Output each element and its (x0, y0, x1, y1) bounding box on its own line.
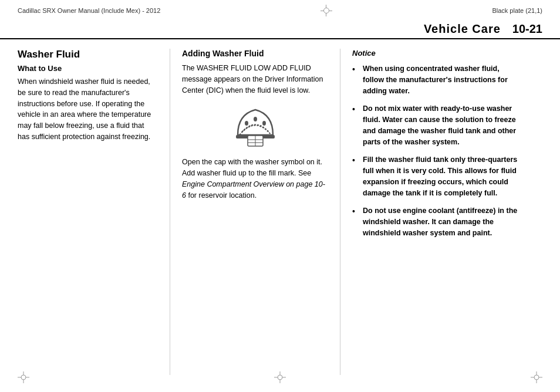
content-area: Washer Fluid What to Use When windshield… (0, 39, 560, 384)
bottom-crosshair-left (18, 371, 29, 385)
bullet-icon: • (352, 103, 360, 147)
page-header: Cadillac SRX Owner Manual (Include Mex) … (0, 0, 560, 20)
notice-item-1: When using concentrated washer fluid, fo… (363, 63, 522, 96)
notice-item-3: Fill the washer fluid tank only three-qu… (363, 154, 522, 198)
header-right-text: Black plate (21,1) (492, 7, 542, 14)
page-container: Cadillac SRX Owner Manual (Include Mex) … (0, 0, 560, 392)
bottom-crosshair-center (274, 371, 286, 385)
washer-fluid-icon (229, 103, 282, 150)
middle-column: Adding Washer Fluid The WASHER FLUID LOW… (170, 49, 340, 375)
list-item: • When using concentrated washer fluid, … (352, 63, 522, 96)
svg-point-16 (534, 375, 539, 380)
section-title-bar: Vehicle Care (424, 22, 501, 36)
svg-point-6 (254, 117, 257, 121)
header-crosshair-icon (321, 5, 332, 16)
page-number: 10-21 (512, 22, 542, 36)
middle-caption-text: Open the cap with the washer symbol on i… (182, 157, 328, 201)
notice-title: Notice (352, 49, 522, 58)
washer-icon-container (182, 103, 328, 150)
list-item: • Do not use engine coolant (antifreeze)… (352, 205, 522, 238)
title-bar: Vehicle Care 10-21 (0, 20, 560, 39)
header-center (321, 5, 332, 16)
svg-point-13 (278, 375, 282, 380)
middle-section-title: Adding Washer Fluid (182, 49, 328, 58)
bullet-icon: • (352, 63, 360, 96)
bottom-crosshair-right (531, 371, 542, 385)
svg-point-7 (262, 121, 266, 126)
sub-section-title: What to Use (18, 64, 158, 73)
caption-text-start: Open the cap with the washer symbol on i… (182, 158, 322, 177)
notice-list: • When using concentrated washer fluid, … (352, 63, 522, 239)
list-item: • Do not mix water with ready-to-use was… (352, 103, 522, 147)
notice-item-4: Do not use engine coolant (antifreeze) i… (363, 205, 522, 238)
list-item: • Fill the washer fluid tank only three-… (352, 154, 522, 198)
svg-point-5 (245, 121, 248, 126)
bullet-icon: • (352, 205, 360, 238)
caption-text-end: for reservoir location. (186, 191, 257, 200)
left-column: Washer Fluid What to Use When windshield… (18, 49, 170, 375)
middle-intro-text: The WASHER FLUID LOW ADD FLUID message a… (182, 63, 328, 96)
header-left-text: Cadillac SRX Owner Manual (Include Mex) … (18, 7, 160, 14)
svg-point-10 (21, 375, 26, 380)
bullet-icon: • (352, 154, 360, 198)
left-body-text: When windshield washer fluid is needed, … (18, 76, 158, 143)
right-column: Notice • When using concentrated washer … (340, 49, 522, 375)
notice-item-2: Do not mix water with ready-to-use washe… (363, 103, 522, 147)
main-section-title: Washer Fluid (18, 49, 158, 60)
